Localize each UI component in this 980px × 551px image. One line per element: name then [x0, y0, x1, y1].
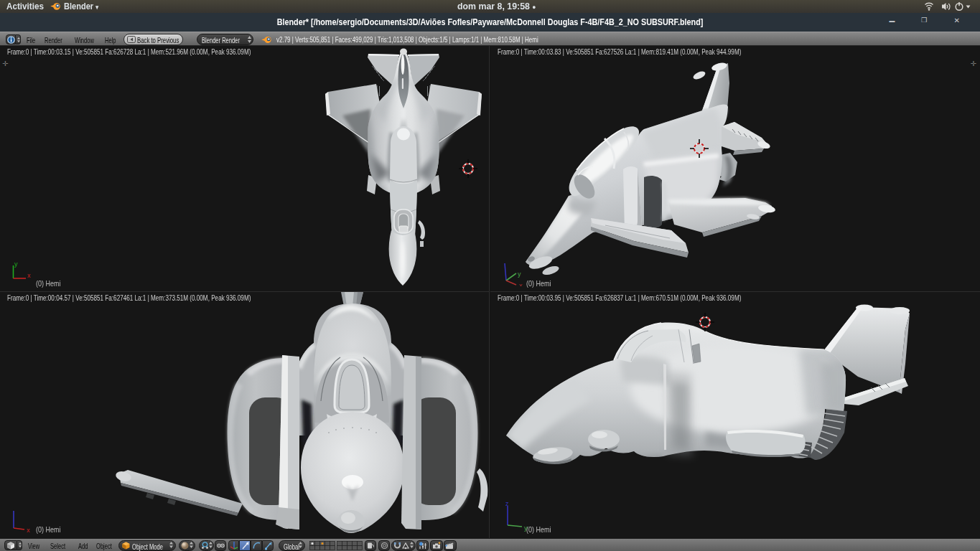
svg-text:z: z: [505, 500, 509, 507]
svg-text:x: x: [27, 527, 30, 534]
svg-text:y: y: [524, 524, 528, 532]
svg-text:y: y: [518, 270, 521, 278]
svg-text:y: y: [14, 260, 18, 268]
svg-text:x: x: [27, 272, 31, 279]
svg-text:x: x: [519, 282, 523, 286]
